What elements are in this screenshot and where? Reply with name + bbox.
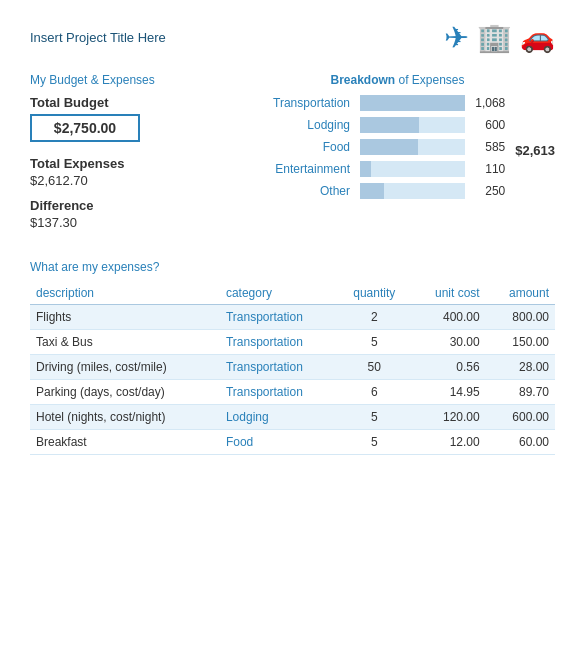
breakdown-rows: Transportation1,068Lodging600Food585Ente…: [240, 95, 505, 205]
cell-category: Transportation: [220, 330, 338, 355]
cell-amount: 89.70: [486, 380, 555, 405]
breakdown-bar-container: [360, 139, 465, 155]
total-budget-label: Total Budget: [30, 95, 230, 110]
difference-label: Difference: [30, 198, 230, 213]
building-icon: 🏢: [477, 21, 512, 54]
cell-amount: 800.00: [486, 305, 555, 330]
cell-description: Flights: [30, 305, 220, 330]
table-row: Driving (miles, cost/mile)Transportation…: [30, 355, 555, 380]
cell-description: Breakfast: [30, 430, 220, 455]
cell-quantity: 50: [338, 355, 410, 380]
cell-category: Transportation: [220, 380, 338, 405]
breakdown-category: Lodging: [240, 118, 360, 132]
budget-section-label: My Budget & Expenses: [30, 73, 230, 87]
cell-unit-cost: 14.95: [410, 380, 485, 405]
col-unit-cost: unit cost: [410, 282, 485, 305]
breakdown-label-normal: of Expenses: [395, 73, 464, 87]
cell-amount: 150.00: [486, 330, 555, 355]
breakdown-row: Other250: [240, 183, 505, 199]
total-budget-value: $2,750.00: [30, 114, 140, 142]
budget-column: My Budget & Expenses Total Budget $2,750…: [30, 73, 230, 230]
cell-unit-cost: 120.00: [410, 405, 485, 430]
table-header: description category quantity unit cost …: [30, 282, 555, 305]
breakdown-bar-container: [360, 117, 465, 133]
cell-description: Hotel (nights, cost/night): [30, 405, 220, 430]
cell-quantity: 2: [338, 305, 410, 330]
table-body: FlightsTransportation2400.00800.00Taxi &…: [30, 305, 555, 455]
breakdown-bar: [360, 139, 418, 155]
breakdown-number: 600: [465, 118, 505, 132]
breakdown-outer: Transportation1,068Lodging600Food585Ente…: [240, 95, 555, 205]
breakdown-row: Transportation1,068: [240, 95, 505, 111]
cell-amount: 600.00: [486, 405, 555, 430]
breakdown-number: 1,068: [465, 96, 505, 110]
cell-unit-cost: 30.00: [410, 330, 485, 355]
expenses-section: What are my expenses? description catego…: [30, 260, 555, 455]
breakdown-category: Other: [240, 184, 360, 198]
table-row: BreakfastFood512.0060.00: [30, 430, 555, 455]
breakdown-section-label: Breakdown of Expenses: [240, 73, 555, 87]
expenses-question: What are my expenses?: [30, 260, 555, 274]
table-row: FlightsTransportation2400.00800.00: [30, 305, 555, 330]
icons-row: ✈ 🏢 🚗: [444, 20, 555, 55]
breakdown-bar: [360, 117, 419, 133]
breakdown-bar: [360, 161, 371, 177]
col-quantity: quantity: [338, 282, 410, 305]
breakdown-bar-container: [360, 95, 465, 111]
table-row: Taxi & BusTransportation530.00150.00: [30, 330, 555, 355]
expenses-table: description category quantity unit cost …: [30, 282, 555, 455]
cell-quantity: 5: [338, 405, 410, 430]
breakdown-number: 585: [465, 140, 505, 154]
breakdown-row: Lodging600: [240, 117, 505, 133]
cell-quantity: 5: [338, 330, 410, 355]
breakdown-bar-container: [360, 183, 465, 199]
total-expenses-label: Total Expenses: [30, 156, 230, 171]
total-expenses-value: $2,612.70: [30, 173, 230, 188]
cell-description: Parking (days, cost/day): [30, 380, 220, 405]
col-description: description: [30, 282, 220, 305]
main-section: My Budget & Expenses Total Budget $2,750…: [30, 73, 555, 230]
table-row: Hotel (nights, cost/night)Lodging5120.00…: [30, 405, 555, 430]
cell-unit-cost: 400.00: [410, 305, 485, 330]
breakdown-column: Breakdown of Expenses Transportation1,06…: [230, 73, 555, 230]
cell-category: Transportation: [220, 355, 338, 380]
car-icon: 🚗: [520, 21, 555, 54]
breakdown-category: Entertainment: [240, 162, 360, 176]
cell-description: Driving (miles, cost/mile): [30, 355, 220, 380]
plane-icon: ✈: [444, 20, 469, 55]
cell-amount: 60.00: [486, 430, 555, 455]
table-row: Parking (days, cost/day)Transportation61…: [30, 380, 555, 405]
cell-quantity: 6: [338, 380, 410, 405]
cell-quantity: 5: [338, 430, 410, 455]
col-category: category: [220, 282, 338, 305]
cell-unit-cost: 0.56: [410, 355, 485, 380]
cell-description: Taxi & Bus: [30, 330, 220, 355]
col-amount: amount: [486, 282, 555, 305]
breakdown-label-bold: Breakdown: [330, 73, 395, 87]
breakdown-category: Transportation: [240, 96, 360, 110]
header: Insert Project Title Here ✈ 🏢 🚗: [30, 20, 555, 55]
project-title: Insert Project Title Here: [30, 30, 166, 45]
cell-category: Transportation: [220, 305, 338, 330]
breakdown-number: 250: [465, 184, 505, 198]
cell-category: Food: [220, 430, 338, 455]
breakdown-row: Food585: [240, 139, 505, 155]
difference-value: $137.30: [30, 215, 230, 230]
breakdown-row: Entertainment110: [240, 161, 505, 177]
breakdown-bar: [360, 95, 465, 111]
breakdown-number: 110: [465, 162, 505, 176]
cell-amount: 28.00: [486, 355, 555, 380]
breakdown-bar-container: [360, 161, 465, 177]
breakdown-bar: [360, 183, 384, 199]
breakdown-category: Food: [240, 140, 360, 154]
breakdown-total: $2,613: [505, 95, 555, 205]
cell-unit-cost: 12.00: [410, 430, 485, 455]
cell-category: Lodging: [220, 405, 338, 430]
